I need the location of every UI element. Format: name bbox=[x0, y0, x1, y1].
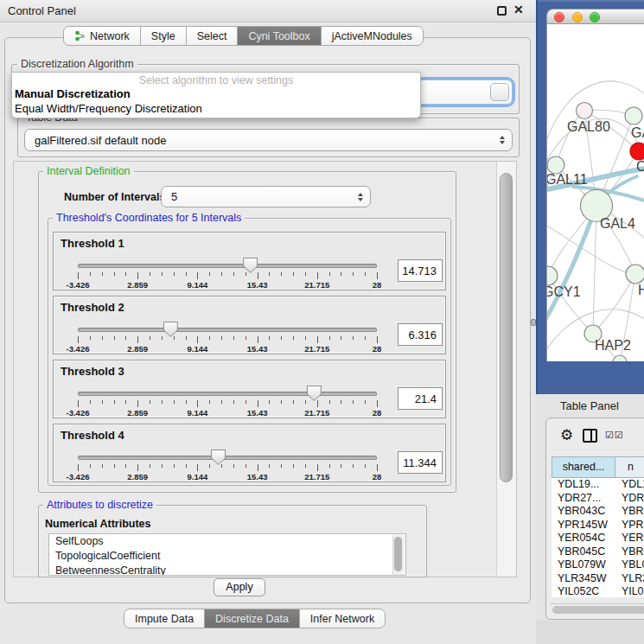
network-node-red[interactable] bbox=[630, 143, 644, 160]
table-row[interactable]: YIL052CYIL0 bbox=[552, 585, 644, 597]
threshold-slider-track[interactable] bbox=[78, 392, 377, 396]
column-header-name[interactable]: n bbox=[615, 456, 644, 478]
attribute-list-item[interactable]: SelfLoops bbox=[49, 534, 405, 549]
table-panel: ⚙ ☑☑ shared... n YDL19...YDL1YDR27...YDR… bbox=[545, 418, 644, 620]
cell-shared-name[interactable]: YPR145W bbox=[552, 519, 615, 532]
table-row[interactable]: YDR27...YDR2 bbox=[552, 492, 644, 506]
cell-name[interactable]: YBR0 bbox=[615, 505, 644, 519]
cell-shared-name[interactable]: YBR045C bbox=[552, 545, 615, 559]
cell-shared-name[interactable]: YBL079W bbox=[552, 558, 615, 572]
node-label: GCY1 bbox=[547, 284, 581, 299]
cell-name[interactable]: YDL1 bbox=[615, 478, 644, 492]
network-node-pink[interactable] bbox=[577, 103, 593, 119]
table-row[interactable]: YDL19...YDL1 bbox=[552, 478, 644, 492]
threshold-slider-track[interactable] bbox=[78, 328, 377, 332]
tab-infer-network[interactable]: Infer Network bbox=[299, 609, 386, 628]
table-data-combobox[interactable]: galFiltered.sif default node bbox=[24, 129, 513, 151]
threshold-slider-track[interactable] bbox=[78, 456, 377, 460]
horizontal-scrollbar-track[interactable] bbox=[551, 603, 644, 615]
table-panel-area: Table Panel ⚙ ☑☑ shared... n YDL19...YDL… bbox=[536, 394, 644, 644]
tick-label: 15.43 bbox=[247, 280, 268, 290]
table-row[interactable]: YER054CYER0 bbox=[552, 532, 644, 545]
tick-label: 2.859 bbox=[127, 408, 148, 418]
vertical-scrollbar-thumb[interactable] bbox=[500, 173, 513, 482]
threshold-value-field[interactable]: 6.316 bbox=[398, 323, 443, 346]
gear-icon[interactable]: ⚙ bbox=[560, 426, 573, 444]
slider-tick-labels: -3.4262.8599.14415.4321.71528 bbox=[78, 344, 377, 354]
number-of-intervals-combobox[interactable]: 5 bbox=[161, 186, 371, 207]
checkbox-icons[interactable]: ☑☑ bbox=[605, 430, 624, 441]
tab-style[interactable]: Style bbox=[140, 26, 187, 46]
cell-shared-name[interactable]: YDR27... bbox=[552, 492, 615, 506]
network-node-green[interactable] bbox=[625, 107, 642, 124]
float-window-icon[interactable] bbox=[497, 6, 507, 16]
threshold-slider-thumb[interactable] bbox=[211, 450, 226, 465]
cell-shared-name[interactable]: YDL19... bbox=[552, 478, 615, 492]
table-row[interactable]: YBL079WYBL0 bbox=[552, 558, 644, 572]
control-panel-titlebar: Control Panel ✕ bbox=[0, 0, 536, 22]
combobox-arrow-button[interactable] bbox=[490, 83, 509, 101]
split-view-icon[interactable] bbox=[583, 429, 597, 443]
threshold-slider-thumb[interactable] bbox=[243, 258, 258, 273]
cell-shared-name[interactable]: YBR043C bbox=[552, 505, 615, 519]
close-icon[interactable]: ✕ bbox=[513, 3, 524, 16]
tick-label: 21.715 bbox=[304, 344, 329, 354]
network-node-green[interactable] bbox=[626, 265, 644, 284]
spinner-arrows-icon bbox=[500, 136, 505, 144]
tick-label: 28 bbox=[373, 344, 382, 354]
tick-label: 2.859 bbox=[127, 472, 148, 481]
tab-cyni-toolbox[interactable]: Cyni Toolbox bbox=[237, 26, 321, 46]
tab-jactivemnodules[interactable]: jActiveMNodules bbox=[321, 26, 424, 46]
cell-shared-name[interactable]: YIL052C bbox=[552, 585, 615, 597]
tab-select[interactable]: Select bbox=[186, 26, 239, 46]
network-node-green[interactable] bbox=[547, 266, 558, 285]
column-header-shared-name[interactable]: shared... bbox=[552, 456, 615, 478]
slider-ticks bbox=[78, 272, 377, 280]
cell-shared-name[interactable]: YLR345W bbox=[552, 572, 615, 586]
cell-name[interactable]: YBR0 bbox=[615, 545, 644, 559]
popup-item-equal-width-frequency[interactable]: Equal Width/Frequency Discretization bbox=[15, 102, 202, 115]
slider-ticks bbox=[78, 336, 377, 344]
cell-name[interactable]: YLR3 bbox=[615, 572, 644, 586]
tab-impute-data[interactable]: Impute Data bbox=[124, 609, 205, 628]
table-row[interactable]: YPR145WYPR1 bbox=[552, 519, 644, 532]
popup-item-manual-discretization[interactable]: Manual Discretization bbox=[15, 87, 131, 100]
threshold-value-field[interactable]: 21.4 bbox=[398, 387, 443, 410]
threshold-value-field[interactable]: 11.344 bbox=[398, 451, 443, 474]
network-window-titlebar[interactable] bbox=[546, 9, 644, 24]
tab-discretize-data[interactable]: Discretize Data bbox=[204, 609, 300, 628]
threshold-slider-thumb[interactable] bbox=[307, 386, 322, 401]
horizontal-scrollbar-thumb[interactable] bbox=[552, 606, 644, 614]
threshold-panel: Threshold 4 -3.4262.8599.14415.4321.7152… bbox=[53, 424, 446, 482]
network-node-green[interactable] bbox=[613, 355, 627, 361]
list-scrollbar-thumb[interactable] bbox=[394, 537, 402, 571]
attribute-list-item[interactable]: BetweennessCentrality bbox=[49, 564, 405, 576]
cell-name[interactable]: YPR1 bbox=[615, 519, 644, 532]
tick-label: 21.715 bbox=[304, 408, 329, 418]
numerical-attributes-list[interactable]: SelfLoopsTopologicalCoefficientBetweenne… bbox=[48, 533, 406, 576]
apply-button[interactable]: Apply bbox=[214, 578, 265, 596]
split-pane-handle[interactable] bbox=[531, 319, 536, 326]
close-traffic-light[interactable] bbox=[554, 12, 564, 22]
tab-network[interactable]: Network bbox=[63, 26, 141, 46]
cell-name[interactable]: YER0 bbox=[615, 532, 644, 545]
attribute-list-item[interactable]: TopologicalCoefficient bbox=[49, 549, 405, 564]
table-row[interactable]: YBR043CYBR0 bbox=[552, 505, 644, 519]
node-label: GAL4 bbox=[600, 216, 635, 231]
cell-shared-name[interactable]: YER054C bbox=[552, 532, 615, 545]
cell-name[interactable]: YIL0 bbox=[615, 585, 644, 597]
tick-label: 9.144 bbox=[188, 280, 208, 290]
threshold-slider-thumb[interactable] bbox=[163, 322, 178, 337]
tick-label: -3.426 bbox=[67, 280, 90, 290]
cell-name[interactable]: YDR2 bbox=[615, 492, 644, 506]
threshold-value-field[interactable]: 14.713 bbox=[398, 259, 443, 282]
table-row[interactable]: YBR045CYBR0 bbox=[552, 545, 644, 559]
table-row[interactable]: YLR345WYLR3 bbox=[552, 572, 644, 586]
zoom-traffic-light[interactable] bbox=[590, 12, 600, 22]
cell-name[interactable]: YBL0 bbox=[615, 558, 644, 572]
network-node-green[interactable] bbox=[547, 156, 564, 174]
list-scrollbar-track[interactable] bbox=[392, 535, 405, 576]
network-canvas[interactable]: GAL80GACGAL11GAL4GCY1HHAP2 bbox=[546, 24, 644, 361]
threshold-slider-track[interactable] bbox=[78, 264, 377, 268]
minimize-traffic-light[interactable] bbox=[572, 12, 583, 22]
